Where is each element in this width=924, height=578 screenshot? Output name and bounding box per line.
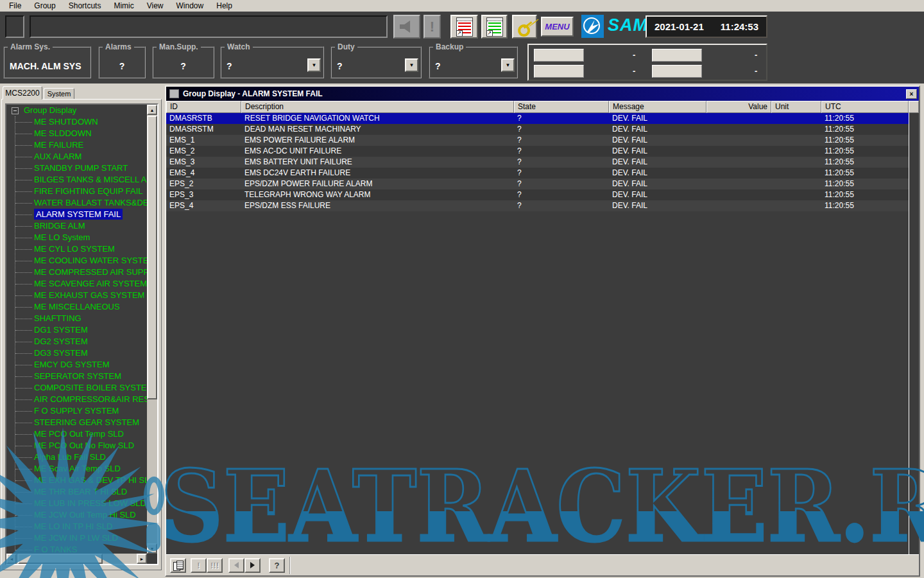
tree-item-me-lo-system[interactable]: ME LO System (6, 232, 147, 243)
column-header-id[interactable]: ID (166, 101, 241, 113)
tree-collapse-icon[interactable] (12, 107, 19, 114)
watch-dropdown-button[interactable]: ▼ (307, 58, 321, 72)
arrow-left-icon (234, 562, 239, 568)
tree-item-fire-fighting-equip-fail[interactable]: FIRE FIGHTING EQUIP FAIL (6, 186, 147, 197)
groupbox-label: Watch (225, 42, 253, 51)
event-list-button[interactable]: ↗ (481, 15, 508, 39)
table-row-ems_4[interactable]: EMS_4EMS DC24V EARTH FAILURE?DEV. FAIL11… (166, 168, 909, 179)
tree-horizontal-scrollbar[interactable]: ◄ ► (6, 554, 147, 564)
tree-item-me-exhaust-gas-system[interactable]: ME EXHAUST GAS SYSTEM (6, 290, 147, 301)
mute-horn-button[interactable] (393, 15, 420, 39)
tree-item-dg2-system[interactable]: DG2 SYSTEM (6, 336, 147, 347)
cell-unit (771, 157, 821, 168)
column-header-state[interactable]: State (514, 101, 609, 113)
copy-button[interactable] (170, 558, 186, 573)
table-row-eps_2[interactable]: EPS_2EPS/DZM POWER FAILURE ALARM?DEV. FA… (166, 179, 909, 189)
menu-group[interactable]: Group (28, 1, 62, 11)
ack-all-button[interactable]: !!! (207, 558, 223, 573)
table-row-ems_3[interactable]: EMS_3EMS BATTERY UNIT FAILURE?DEV. FAIL1… (166, 157, 909, 168)
menu-help[interactable]: Help (210, 1, 239, 11)
table-row-eps_4[interactable]: EPS_4EPS/DZM ESS FAILURE?DEV. FAIL11:20:… (166, 200, 909, 211)
tree-item-steering-gear-system[interactable]: STEERING GEAR SYSTEM (6, 417, 147, 428)
tree-item-me-cyl-lo-system[interactable]: ME CYL LO SYSTEM (6, 243, 147, 255)
login-button[interactable] (512, 15, 537, 39)
tree-item-me-thr-bear-t-hi-sld[interactable]: ME THR BEAR T HI SLD (6, 486, 147, 498)
menu-view[interactable]: View (141, 1, 170, 11)
tree-item-f-o-supply-system[interactable]: F O SUPPLY SYSTEM (6, 405, 147, 417)
tree-item-me-exh-gas-dev-tp-hi-sl[interactable]: ME EXH GAS & DEV TP HI SL (6, 475, 147, 486)
tree-item-me-pco-out-temp-sld[interactable]: ME PCO Out Temp SLD (6, 428, 147, 440)
backup-value[interactable]: ? (435, 61, 441, 71)
table-row-dmasrstb[interactable]: DMASRSTBRESET BRIDGE NAVIGATION WATCH?DE… (166, 113, 909, 124)
alarm-list-button[interactable]: ↗ (450, 15, 478, 39)
tree-item-f-o-tanks[interactable]: F O TANKS (6, 544, 147, 554)
window-titlebar[interactable]: Group Display - ALARM SYSTEM FAIL × (166, 87, 919, 101)
tree-item-me-jcw-outl-temp-hi-sld[interactable]: ME JCW Outl Temp Hi SLD (6, 509, 147, 521)
tree-item-me-shutdown[interactable]: ME SHUTDOWN (6, 116, 147, 128)
table-row-ems_2[interactable]: EMS_2EMS AC-DC UNIT FAILURE?DEV. FAIL11:… (166, 146, 909, 157)
menu-button[interactable]: MENU (541, 17, 574, 37)
cell-message: DEV. FAIL (609, 200, 706, 211)
menu-mimic[interactable]: Mimic (107, 1, 140, 11)
column-header-utc[interactable]: UTC (821, 101, 909, 113)
tree-item-emcy-dg-system[interactable]: EMCY DG SYSTEM (6, 359, 147, 371)
tree-item-dg1-system[interactable]: DG1 SYSTEM (6, 324, 147, 336)
tree-item-me-scavenge-air-system[interactable]: ME SCAVENGE AIR SYSTEM (6, 278, 147, 290)
tree-vertical-scrollbar[interactable]: ▲ ▼ (147, 105, 157, 554)
horizontal-scroll-thumb[interactable] (18, 554, 103, 564)
tab-mcs2200[interactable]: MCS2200 (3, 86, 42, 100)
tree-item-me-jcw-in-p-lw-sld[interactable]: ME JCW IN P LW SLD (6, 532, 147, 544)
previous-button[interactable] (228, 558, 244, 573)
table-row-dmasrstm[interactable]: DMASRSTMDEAD MAN RESET MACHINARY?DEV. FA… (166, 124, 909, 135)
tree-item-bilges-tanks-miscell-al[interactable]: BILGES TANKS & MISCELL AL (6, 174, 147, 186)
next-button[interactable] (244, 558, 261, 573)
ack-button[interactable]: ! (191, 558, 207, 573)
scroll-left-button[interactable]: ◄ (6, 554, 17, 564)
tree-item-shaftting[interactable]: SHAFTTING (6, 313, 147, 324)
tree-item-water-ballast-tanks-de[interactable]: WATER BALLAST TANKS&DE (6, 197, 147, 209)
tree-item-alpha-lub-fail-sld[interactable]: Alpha Lub Fail SLD (6, 451, 147, 463)
tree-item-alarm-system-fail[interactable]: ALARM SYSTEM FAIL (6, 209, 147, 220)
acknowledge-button[interactable]: ! (424, 15, 441, 39)
tree-item-me-failure[interactable]: ME FAILURE (6, 139, 147, 151)
tree-item-me-miscellaneous[interactable]: ME MISCELLANEOUS (6, 301, 147, 313)
tree-root-group-display[interactable]: Group Display (6, 105, 147, 116)
arrow-left-icon: ◄ (10, 557, 14, 561)
vertical-scroll-thumb[interactable] (147, 116, 157, 399)
time-value: 11:24:53 (721, 21, 758, 32)
column-header-description[interactable]: Description (241, 101, 514, 113)
tree-item-me-slddown[interactable]: ME SLDDOWN (6, 128, 147, 139)
cell-id: DMASRSTB (166, 113, 241, 124)
tree-item-composite-boiler-system[interactable]: COMPOSITE BOILER SYSTEM (6, 382, 147, 394)
tree-item-me-cooling-water-system[interactable]: ME COOLING WATER SYSTEM (6, 255, 147, 267)
close-button[interactable]: × (906, 89, 917, 99)
tree-item-aux-alarm[interactable]: AUX ALARM (6, 151, 147, 162)
tree-item-me-compressed-air-suppl[interactable]: ME COMPRESSED AIR SUPPL (6, 267, 147, 278)
tab-system[interactable]: System (44, 88, 74, 100)
table-row-eps_3[interactable]: EPS_3TELEGRAPH WRONG WAY ALARM?DEV. FAIL… (166, 189, 909, 200)
duty-value[interactable]: ? (337, 61, 343, 71)
watch-value[interactable]: ? (227, 61, 232, 71)
tree-item-seperator-system[interactable]: SEPERATOR SYSTEM (6, 371, 147, 382)
backup-dropdown-button[interactable]: ▼ (501, 58, 515, 72)
duty-dropdown-button[interactable]: ▼ (405, 58, 418, 72)
tree-item-air-compressor-air-res[interactable]: AIR COMPRESSOR&AIR RES (6, 394, 147, 405)
menu-window[interactable]: Window (170, 1, 210, 11)
tree-item-me-pco-out-no-flow-sld[interactable]: ME PCO Out No Flow SLD (6, 440, 147, 451)
tree-item-standby-pump-start[interactable]: STANDBY PUMP START (6, 162, 147, 174)
menu-shortcuts[interactable]: Shortcuts (62, 1, 108, 11)
column-header-value[interactable]: Value (706, 101, 771, 113)
column-header-message[interactable]: Message (609, 101, 706, 113)
scroll-up-button[interactable]: ▲ (147, 105, 157, 115)
menu-file[interactable]: File (3, 1, 28, 11)
table-row-ems_1[interactable]: EMS_1EMS POWER FAILURE ALARM?DEV. FAIL11… (166, 135, 909, 146)
tree-item-me-scav-air-temp-sld[interactable]: ME Scav Air Temp SLD (6, 463, 147, 475)
tree-item-bridge-alm[interactable]: BRIDGE ALM (6, 220, 147, 232)
tree-item-me-lub-in-press-low-sld[interactable]: ME LUB IN PRESS LOW SLD (6, 498, 147, 509)
tree-item-dg3-system[interactable]: DG3 SYSTEM (6, 347, 147, 359)
tree-item-me-lo-in-tp-hi-sld[interactable]: ME LO IN TP HI SLD (6, 521, 147, 532)
column-header-unit[interactable]: Unit (771, 101, 821, 113)
help-button[interactable]: ? (269, 558, 285, 573)
scroll-right-button[interactable]: ► (137, 554, 147, 564)
scroll-down-button[interactable]: ▼ (147, 543, 157, 554)
